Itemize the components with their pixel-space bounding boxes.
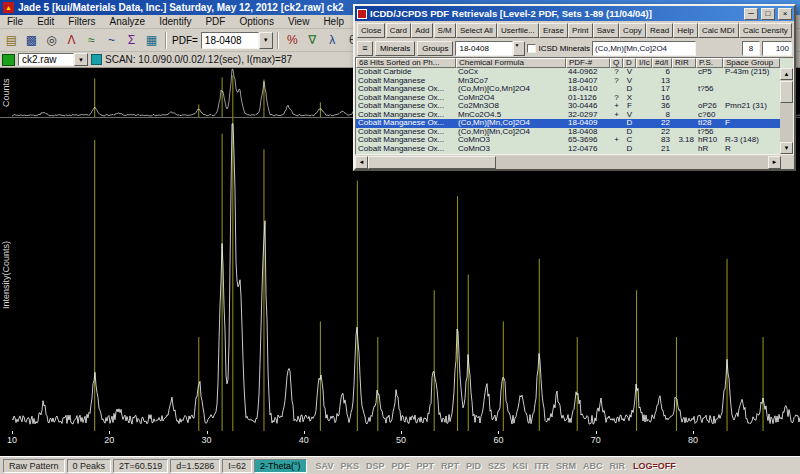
toolbar-separator	[165, 32, 167, 49]
status-toggle-rir[interactable]: RIR	[607, 460, 629, 472]
dialog-button-calc-mdi[interactable]: Calc MDI	[698, 23, 739, 38]
menu-identify[interactable]: Identify	[152, 16, 198, 27]
chevron-down-icon[interactable]: ▼	[259, 32, 273, 49]
minerals-button[interactable]: Minerals	[375, 41, 415, 56]
menu-help[interactable]: Help	[316, 16, 351, 27]
vertical-scroll-thumb[interactable]	[780, 81, 793, 103]
grid-header-cell[interactable]: #d/I	[652, 58, 672, 68]
menu-view[interactable]: View	[281, 16, 317, 27]
status-toggle-pdf[interactable]: PDF	[388, 460, 412, 472]
window-field[interactable]: 8	[742, 41, 760, 56]
peaks-count-readout[interactable]: 0 Peaks	[67, 459, 112, 473]
maximize-icon[interactable]: □	[761, 8, 775, 20]
zoom-range-icon[interactable]: ◎	[42, 31, 61, 50]
dialog-button-calc-density[interactable]: Calc Density	[739, 23, 792, 38]
table-row[interactable]: Cobalt Manganese Ox...CoMn2O401-1126?X16	[356, 94, 793, 103]
overlay-patterns-icon[interactable]: ▩	[22, 31, 41, 50]
dialog-button-card[interactable]: Card	[386, 23, 411, 38]
pattern-file-combo[interactable]: ck2.raw ▼	[18, 53, 88, 66]
status-toggle-rpt[interactable]: RPT	[438, 460, 462, 472]
status-toggle-ppt[interactable]: PPT	[413, 460, 437, 472]
menu-options[interactable]: Options	[232, 16, 280, 27]
table-row[interactable]: Cobalt Manganese Ox...CoMnO365-3696+C833…	[356, 136, 793, 145]
dialog-titlebar[interactable]: ICDD/JCPDS PDF Retrievals [Level-2 PDF, …	[355, 6, 794, 21]
icsd-minerals-checkbox[interactable]	[527, 44, 536, 53]
table-row[interactable]: Cobalt Manganese Ox...CoMnO312-0476D21hR…	[356, 145, 793, 154]
menu-edit[interactable]: Edit	[30, 16, 61, 27]
table-row[interactable]: Cobalt Manganese Ox...(Co,Mn)[Mn,Co]2O41…	[356, 128, 793, 137]
pdf-number-combo[interactable]: 18-0408 ▼	[201, 32, 273, 49]
grid-header-cell[interactable]: Space Group	[723, 58, 780, 68]
wavelength-icon[interactable]: λ	[323, 31, 342, 50]
menu-filters[interactable]: Filters	[61, 16, 102, 27]
scale-field[interactable]: 100	[762, 41, 792, 56]
close-icon[interactable]: ×	[778, 8, 792, 20]
dialog-button-copy[interactable]: Copy	[619, 23, 646, 38]
grid-header-cell[interactable]: RIR	[672, 58, 696, 68]
status-toggle-dsp[interactable]: DSP	[363, 460, 388, 472]
status-toggle-szs[interactable]: SZS	[485, 460, 509, 472]
chevron-down-icon[interactable]: ▼	[513, 41, 525, 56]
table-row[interactable]: Cobalt Manganese Ox...Co2Mn3O830-0446+F3…	[356, 102, 793, 111]
grid-header-cell[interactable]: D	[623, 58, 636, 68]
status-toggle-ksi[interactable]: KSI	[509, 460, 530, 472]
horizontal-scroll-thumb[interactable]	[368, 156, 496, 169]
menu-pdf[interactable]: PDF	[198, 16, 232, 27]
dialog-button-close[interactable]: Close	[357, 23, 385, 38]
grid-header-cell[interactable]: Chemical Formula	[456, 58, 566, 68]
pdf-entry-combo[interactable]: 18-0408 ▼	[455, 41, 525, 56]
dialog-button-print[interactable]: Print	[568, 23, 592, 38]
dialog-button-read[interactable]: Read	[646, 23, 673, 38]
pattern-mode-selector[interactable]: Raw Pattern	[3, 459, 65, 473]
find-peaks-icon[interactable]: Λ	[62, 31, 81, 50]
status-toggle-itr[interactable]: ITR	[532, 460, 553, 472]
grid-header-cell[interactable]: I/Ic	[636, 58, 652, 68]
pattern-file-name: ck2.raw	[18, 53, 74, 66]
table-row[interactable]: Cobalt Manganese Ox...MnCo2O4.532-0297+V…	[356, 111, 793, 120]
dialog-button-userfile[interactable]: Userfile...	[497, 23, 539, 38]
pattern-color-swatch[interactable]	[2, 54, 15, 66]
dialog-button-help[interactable]: Help	[673, 23, 697, 38]
log-scale-toggle[interactable]: LOG=OFF	[630, 460, 679, 472]
dialog-button-save[interactable]: Save	[593, 23, 619, 38]
scroll-down-icon[interactable]: ▼	[780, 142, 793, 154]
vertical-scrollbar[interactable]: ▲ ▼	[780, 68, 793, 154]
formula-field[interactable]: (Co,Mn)[Mn,Co]2O4	[592, 41, 696, 56]
horizontal-scrollbar[interactable]: ◄ ►	[355, 156, 794, 169]
status-toggle-pid[interactable]: PID	[463, 460, 484, 472]
dialog-button-select-all[interactable]: Select All	[456, 23, 497, 38]
status-toggle-abc[interactable]: ABC	[580, 460, 606, 472]
status-toggle-srm[interactable]: SRM	[553, 460, 579, 472]
calculate-icon[interactable]: Σ	[122, 31, 141, 50]
table-row[interactable]: Cobalt CarbideCoCx44-0962?V6cP5P-43m (21…	[356, 68, 793, 77]
chevron-down-icon[interactable]: ▼	[74, 53, 88, 66]
grid-header-cell[interactable]: Q	[610, 58, 623, 68]
fit-background-icon[interactable]: ≈	[82, 31, 101, 50]
open-file-icon[interactable]: ▤	[2, 31, 21, 50]
status-toggle-sav[interactable]: SAV	[313, 460, 337, 472]
menu-analyze[interactable]: Analyze	[103, 16, 153, 27]
axis-unit-toggle[interactable]: 2-Theta(°)	[254, 459, 307, 473]
dialog-button-s-m[interactable]: S/M	[434, 23, 456, 38]
table-row[interactable]: Cobalt ManganeseMn3Co718-0407?V13	[356, 77, 793, 86]
scroll-up-icon[interactable]: ▲	[780, 68, 793, 80]
grid-header-cell[interactable]: P.S.	[696, 58, 723, 68]
report-icon[interactable]: ▦	[142, 31, 161, 50]
minimize-icon[interactable]: ─	[744, 8, 758, 20]
grid-header-cell[interactable]: 68 Hits Sorted on Ph...	[356, 58, 456, 68]
scroll-right-icon[interactable]: ►	[768, 156, 781, 169]
menu-file[interactable]: File	[0, 16, 30, 27]
table-row[interactable]: Cobalt Manganese Ox...(Co,Mn)[Co,Mn]2O41…	[356, 85, 793, 94]
dialog-button-add[interactable]: Add	[411, 23, 433, 38]
smooth-icon[interactable]: ~	[102, 31, 121, 50]
status-toggle-pks[interactable]: PKS	[337, 460, 362, 472]
phase-list-icon[interactable]: ≡	[357, 41, 373, 56]
grid-header-cell[interactable]: PDF-#	[566, 58, 610, 68]
search-match-icon[interactable]: %	[283, 31, 302, 50]
table-row[interactable]: Cobalt OxideCoO02-0770?V21hP10	[356, 153, 793, 155]
filters-icon[interactable]: ∇	[303, 31, 322, 50]
table-row[interactable]: Cobalt Manganese Ox...(Co,Mn)[Mn,Co]2O41…	[356, 119, 793, 128]
scroll-left-icon[interactable]: ◄	[355, 156, 368, 169]
groups-button[interactable]: Groups	[417, 41, 453, 56]
dialog-button-erase[interactable]: Erase	[539, 23, 568, 38]
